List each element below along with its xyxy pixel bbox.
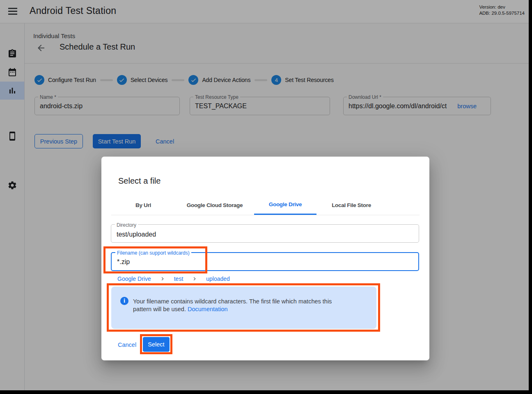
- tab-google-cloud-storage[interactable]: Google Cloud Storage: [175, 195, 254, 215]
- tab-by-url[interactable]: By Url: [111, 195, 175, 215]
- annotation-select-highlight: [140, 334, 172, 354]
- directory-label: Directory: [115, 222, 138, 228]
- breadcrumb-google-drive[interactable]: Google Drive: [117, 276, 151, 282]
- dialog-title: Select a file: [118, 176, 161, 186]
- dialog-cancel-button[interactable]: Cancel: [118, 342, 136, 348]
- directory-value: test/uploaded: [117, 231, 156, 238]
- drive-breadcrumb: Google Drive test uploaded: [117, 275, 230, 282]
- chevron-right-icon: [191, 276, 198, 282]
- chevron-right-icon: [159, 276, 166, 282]
- tab-local-file-store[interactable]: Local File Store: [316, 195, 386, 215]
- tabs-divider: [111, 215, 420, 215]
- annotation-filename-highlight: [103, 246, 207, 273]
- screenshot-frame: Android Test Station Version: dev ADB: 2…: [0, 0, 532, 394]
- directory-field[interactable]: Directory test/uploaded: [111, 224, 419, 243]
- tab-google-drive[interactable]: Google Drive: [254, 195, 316, 215]
- annotation-alert-highlight: [107, 283, 380, 332]
- breadcrumb-test[interactable]: test: [174, 276, 183, 282]
- breadcrumb-uploaded[interactable]: uploaded: [206, 276, 230, 282]
- dialog-tabs: By Url Google Cloud Storage Google Drive…: [111, 195, 386, 215]
